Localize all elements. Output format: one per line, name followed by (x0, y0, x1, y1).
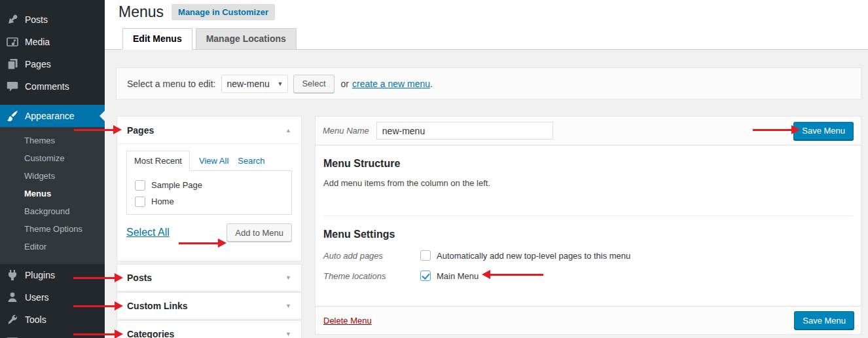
list-item: Home (135, 193, 291, 210)
pages-checklist: Sample Page Home (126, 170, 292, 215)
accordion-title: Posts (127, 272, 152, 283)
theme-locations-label: Theme locations (323, 271, 420, 281)
user-icon (6, 291, 19, 304)
pages-icon (6, 58, 19, 71)
menu-editor-panel: Menu Name Save Menu Menu Structure Add m… (315, 116, 861, 335)
sidebar-item-pages[interactable]: Pages (0, 53, 105, 75)
menu-name-input[interactable] (376, 122, 553, 140)
sidebar-item-label: Plugins (25, 270, 55, 280)
sidebar-item-label: Comments (25, 81, 69, 92)
tab-search[interactable]: Search (238, 156, 264, 166)
sidebar-item-comments[interactable]: Comments (0, 75, 105, 98)
menu-structure-help: Add menu items from the column on the le… (323, 178, 853, 188)
accordion-title: Categories (127, 329, 174, 338)
select-button[interactable]: Select (293, 75, 334, 93)
tab-view-all[interactable]: View All (199, 156, 228, 166)
main-menu-checkbox[interactable] (420, 271, 431, 281)
main-menu-text: Main Menu (437, 271, 479, 281)
submenu-item-themes[interactable]: Themes (0, 132, 105, 149)
appearance-submenu: Themes Customize Widgets Menus Backgroun… (0, 127, 105, 264)
save-menu-button-top[interactable]: Save Menu (793, 122, 854, 140)
expand-icon[interactable]: ▼ (285, 331, 291, 337)
submenu-item-customize[interactable]: Customize (0, 149, 105, 167)
select-menu-bar: Select a menu to edit: new-menu ▼ Select… (116, 67, 861, 100)
sidebar-item-appearance[interactable]: Appearance (0, 105, 105, 127)
plugin-icon (6, 269, 19, 282)
auto-add-pages-row: Auto add pages Automatically add new top… (323, 250, 853, 261)
menu-name-label: Menu Name (323, 126, 369, 136)
categories-accordion[interactable]: Categories ▼ (117, 320, 302, 338)
menu-name-header: Menu Name Save Menu (316, 117, 861, 145)
checkbox-label: Sample Page (151, 180, 202, 190)
custom-links-accordion[interactable]: Custom Links ▼ (117, 292, 302, 320)
checkbox-label: Home (151, 197, 174, 206)
pages-panel-header[interactable]: Pages ▲ (117, 117, 301, 144)
sidebar-item-settings[interactable]: Settings (0, 331, 105, 338)
media-icon (6, 35, 19, 48)
tab-edit-menus[interactable]: Edit Menus (122, 28, 192, 50)
sidebar-item-label: Appearance (25, 111, 75, 121)
submenu-item-menus[interactable]: Menus (0, 185, 105, 202)
comment-icon (6, 80, 19, 93)
submenu-item-editor[interactable]: Editor (0, 238, 105, 255)
page-header: Menus Manage in Customizer Edit Menus Ma… (105, 0, 868, 50)
select-all-link[interactable]: Select All (126, 227, 170, 238)
menu-settings-heading: Menu Settings (323, 229, 853, 240)
manage-in-customizer-button[interactable]: Manage in Customizer (172, 4, 275, 20)
pages-panel-tabs: Most Recent View All Search (126, 151, 292, 170)
auto-add-pages-text: Automatically add new top-level pages to… (437, 251, 630, 261)
theme-locations-row: Theme locations Main Menu (323, 271, 853, 281)
tab-manage-locations[interactable]: Manage Locations (196, 28, 297, 50)
accordion-title: Custom Links (127, 301, 188, 311)
expand-icon[interactable]: ▼ (285, 303, 291, 309)
sidebar-item-label: Users (25, 292, 49, 303)
menu-select-dropdown[interactable]: new-menu ▼ (221, 75, 288, 93)
list-item: Sample Page (135, 177, 291, 193)
sidebar-item-tools[interactable]: Tools (0, 309, 105, 331)
sidebar-item-plugins[interactable]: Plugins (0, 264, 105, 286)
sidebar-item-label: Posts (25, 14, 48, 25)
save-menu-button-bottom[interactable]: Save Menu (794, 311, 854, 329)
nav-tabs: Edit Menus Manage Locations (122, 28, 300, 50)
appearance-icon (6, 109, 19, 122)
sidebar-item-label: Tools (25, 314, 46, 325)
select-menu-label: Select a menu to edit: (127, 79, 215, 89)
page-title: Menus (118, 3, 164, 22)
pages-panel-title: Pages (127, 125, 154, 136)
wrench-icon (6, 313, 19, 326)
pin-icon (6, 13, 19, 26)
sidebar-item-users[interactable]: Users (0, 286, 105, 309)
delete-menu-link[interactable]: Delete Menu (323, 316, 372, 326)
caret-down-icon: ▼ (278, 81, 283, 87)
admin-sidebar: Posts Media Pages Comments Appearance (0, 0, 105, 338)
settings-icon (6, 335, 19, 338)
expand-icon[interactable]: ▼ (285, 274, 291, 281)
submenu-item-background[interactable]: Background (0, 202, 105, 220)
wordpress-menus-screen: Posts Media Pages Comments Appearance (0, 0, 868, 338)
current-item-notch (94, 111, 105, 121)
auto-add-pages-label: Auto add pages (323, 251, 420, 261)
submenu-item-widgets[interactable]: Widgets (0, 167, 105, 185)
create-new-menu-link[interactable]: create a new menu (352, 79, 430, 89)
posts-accordion[interactable]: Posts ▼ (117, 264, 302, 291)
sidebar-item-label: Pages (25, 59, 51, 69)
home-checkbox[interactable] (135, 197, 145, 207)
submenu-item-theme-options[interactable]: Theme Options (0, 220, 105, 238)
sidebar-item-posts[interactable]: Posts (0, 9, 105, 31)
editor-footer: Delete Menu Save Menu (316, 306, 861, 334)
menu-select-value: new-menu (226, 79, 269, 89)
sidebar-item-label: Media (25, 37, 50, 47)
sample-page-checkbox[interactable] (135, 180, 145, 191)
collapse-icon[interactable]: ▲ (285, 127, 291, 134)
section-divider (323, 216, 853, 216)
tab-most-recent[interactable]: Most Recent (126, 151, 190, 171)
sidebar-item-media[interactable]: Media (0, 31, 105, 53)
add-to-menu-button[interactable]: Add to Menu (226, 223, 292, 242)
pages-panel: Pages ▲ Most Recent View All Search Samp… (117, 116, 302, 261)
or-text: or (341, 79, 349, 89)
auto-add-pages-checkbox[interactable] (420, 250, 431, 261)
period-text: . (430, 79, 433, 89)
menu-structure-heading: Menu Structure (323, 158, 853, 170)
